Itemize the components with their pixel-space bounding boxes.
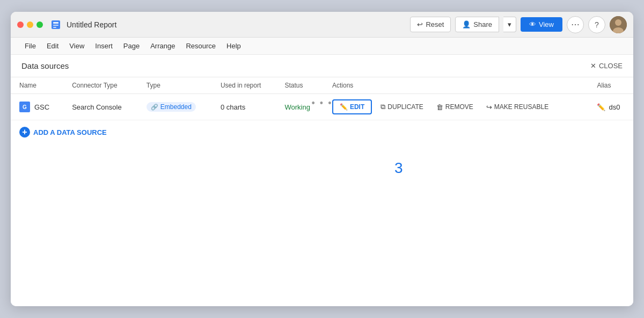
- svg-point-5: [615, 19, 621, 26]
- reset-icon: ↩: [417, 20, 423, 28]
- col-name: Name: [11, 77, 63, 94]
- close-icon: ✕: [590, 62, 596, 70]
- type-label: Embedded: [160, 103, 192, 111]
- svg-rect-1: [53, 22, 58, 24]
- view-label: View: [539, 20, 554, 28]
- col-alias: Alias: [588, 77, 633, 94]
- duplicate-label: DUPLICATE: [387, 103, 423, 111]
- help-button[interactable]: ?: [588, 16, 605, 33]
- connector-type-cell: Search Console: [63, 94, 138, 120]
- duplicate-button[interactable]: ⧉ DUPLICATE: [376, 100, 427, 114]
- status-cell: Working: [276, 94, 323, 120]
- menu-resource[interactable]: Resource: [180, 40, 221, 52]
- reset-button[interactable]: ↩ Reset: [410, 17, 451, 32]
- actions-cell: ✏️ EDIT ⧉ DUPLICATE 🗑 R: [324, 94, 589, 120]
- view-button[interactable]: 👁 View: [521, 17, 562, 32]
- panel-area: • • • Data sources ✕ CLOSE Name Connecto…: [11, 55, 633, 306]
- edit-button[interactable]: ✏️ EDIT: [332, 99, 372, 114]
- datasource-icon: G: [19, 102, 30, 112]
- menu-file[interactable]: File: [19, 40, 41, 52]
- close-label: CLOSE: [599, 62, 623, 70]
- menu-page[interactable]: Page: [118, 40, 145, 52]
- menu-edit[interactable]: Edit: [41, 40, 64, 52]
- share-icon: 👤: [462, 20, 471, 28]
- minimize-traffic-light[interactable]: [27, 21, 33, 28]
- datasource-name-cell: G GSC: [11, 94, 63, 120]
- used-in-report-cell: 0 charts: [212, 94, 276, 120]
- table-row: G GSC Search Console 🔗 Embedded: [11, 94, 633, 120]
- table-header-row: Name Connector Type Type Used in report …: [11, 77, 633, 94]
- edit-label: EDIT: [350, 103, 364, 111]
- app-icon: [49, 18, 62, 31]
- maximize-traffic-light[interactable]: [36, 21, 43, 28]
- col-status: Status: [276, 77, 323, 94]
- title-actions: ↩ Reset 👤 Share ▾ 👁 View ⋯ ?: [410, 16, 627, 33]
- datasource-name: GSC: [34, 103, 49, 111]
- remove-label: REMOVE: [445, 103, 473, 111]
- share-label: Share: [473, 20, 492, 28]
- alias-value: ds0: [609, 103, 620, 111]
- avatar[interactable]: [610, 16, 627, 33]
- alias-cell: ✏️ ds0: [588, 94, 633, 120]
- status-badge: Working: [284, 103, 310, 111]
- edit-icon: ✏️: [340, 103, 348, 111]
- col-actions: Actions: [324, 77, 589, 94]
- datasources-panel: Data sources ✕ CLOSE Name Connector Type…: [11, 55, 633, 306]
- reset-label: Reset: [426, 20, 444, 28]
- panel-title: Data sources: [21, 61, 69, 70]
- col-connector-type: Connector Type: [63, 77, 138, 94]
- remove-button[interactable]: 🗑 REMOVE: [432, 100, 478, 114]
- help-icon: ?: [595, 20, 599, 29]
- window-title: Untitled Report: [67, 20, 410, 29]
- svg-rect-2: [53, 25, 58, 26]
- menu-view[interactable]: View: [64, 40, 90, 52]
- add-circle-icon: +: [19, 127, 30, 138]
- datasources-table-container: Name Connector Type Type Used in report …: [11, 77, 633, 306]
- duplicate-icon: ⧉: [380, 103, 385, 111]
- svg-rect-3: [53, 27, 56, 28]
- add-datasource-label: ADD A DATA SOURCE: [33, 128, 107, 136]
- datasources-table: Name Connector Type Type Used in report …: [11, 77, 633, 120]
- close-panel-button[interactable]: ✕ CLOSE: [590, 62, 623, 70]
- reusable-icon: ↪: [486, 103, 492, 111]
- trash-icon: 🗑: [436, 103, 443, 111]
- menu-insert[interactable]: Insert: [90, 40, 118, 52]
- embedded-badge: 🔗 Embedded: [147, 102, 196, 112]
- type-cell: 🔗 Embedded: [138, 94, 212, 120]
- app-window: Untitled Report ↩ Reset 👤 Share ▾ 👁 View…: [11, 12, 633, 306]
- link-icon: 🔗: [151, 104, 158, 111]
- panel-header: Data sources ✕ CLOSE: [11, 55, 633, 77]
- add-datasource-button[interactable]: + ADD A DATA SOURCE: [19, 127, 107, 138]
- traffic-lights: [17, 21, 43, 28]
- share-dropdown-button[interactable]: ▾: [503, 17, 516, 32]
- more-options-button[interactable]: ⋯: [567, 16, 584, 33]
- annotation-number: 3: [394, 160, 403, 177]
- menu-arrange[interactable]: Arrange: [145, 40, 180, 52]
- menu-help[interactable]: Help: [221, 40, 246, 52]
- col-type: Type: [138, 77, 212, 94]
- view-icon: 👁: [529, 20, 536, 28]
- share-button[interactable]: 👤 Share: [455, 17, 499, 32]
- title-bar: Untitled Report ↩ Reset 👤 Share ▾ 👁 View…: [11, 12, 633, 38]
- col-used-in-report: Used in report: [212, 77, 276, 94]
- menu-bar: File Edit View Insert Page Arrange Resou…: [11, 38, 633, 55]
- add-datasource-row: + ADD A DATA SOURCE: [11, 120, 633, 144]
- make-reusable-label: MAKE REUSABLE: [494, 103, 548, 111]
- close-traffic-light[interactable]: [17, 21, 24, 28]
- make-reusable-button[interactable]: ↪ MAKE REUSABLE: [482, 100, 553, 114]
- alias-edit-icon[interactable]: ✏️: [597, 103, 605, 111]
